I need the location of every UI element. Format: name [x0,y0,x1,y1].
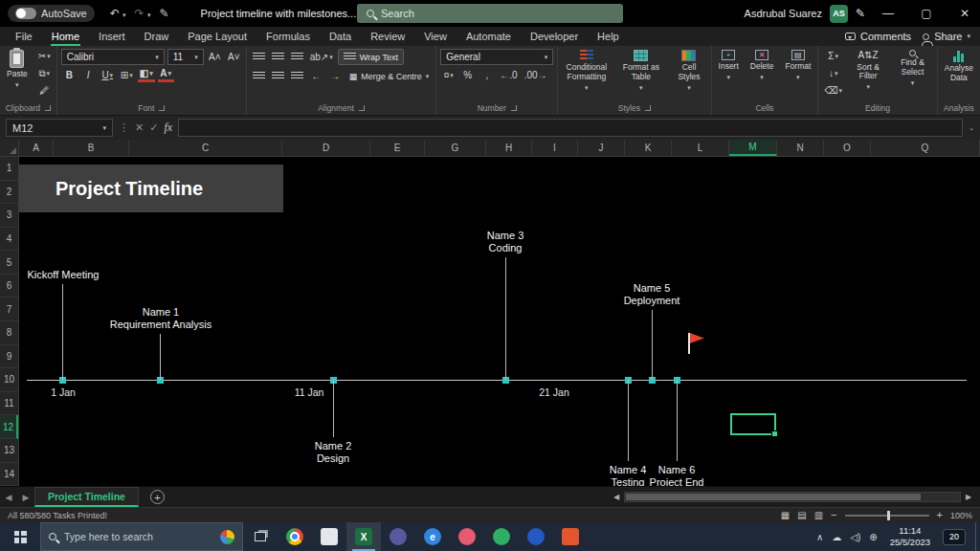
autosum-button[interactable]: Σ ▾ [822,49,844,63]
fill-color-button[interactable]: ◧ ▾ [138,68,155,82]
column-header-A[interactable]: A [19,140,54,156]
tray-onedrive-icon[interactable]: ☁ [832,532,841,542]
dialog-launcher-icon[interactable] [511,105,517,111]
search-input[interactable]: Search [357,4,623,23]
pen-mode-button[interactable]: ✎ [160,8,169,19]
tab-view[interactable]: View [414,27,457,46]
restore-button[interactable]: ▢ [911,0,942,27]
align-bottom-icon[interactable] [289,50,305,64]
undo-button[interactable]: ↶ ▾ [110,8,126,19]
row-header-9[interactable]: 9 [0,345,18,369]
tab-developer[interactable]: Developer [521,27,588,46]
dialog-launcher-icon[interactable] [359,105,365,111]
column-header-Q[interactable]: Q [871,140,980,156]
close-button[interactable]: ✕ [949,0,980,27]
row-header-13[interactable]: 13 [0,439,18,463]
font-name-select[interactable]: Calibri▾ [61,49,165,65]
row-header-10[interactable]: 10 [0,368,18,392]
column-header-M[interactable]: M [729,140,777,156]
taskbar-app-app-files-icon[interactable] [312,522,346,551]
tray-hidden-icons-icon[interactable]: ∧ [816,532,823,542]
orientation-button[interactable]: ab↗ ▾ [308,50,335,64]
enter-entry-icon[interactable]: ✓ [149,121,158,134]
increase-font-icon[interactable]: A˄ [207,50,223,64]
dialog-launcher-icon[interactable] [159,105,165,111]
paste-button[interactable]: Paste▾ [4,49,31,90]
tab-insert[interactable]: Insert [89,27,135,46]
zoom-slider-thumb[interactable] [887,511,890,520]
column-header-D[interactable]: D [282,140,370,156]
row-header-7[interactable]: 7 [0,298,18,321]
column-header-L[interactable]: L [672,140,729,156]
format-as-table-button[interactable]: Format as Table▾ [616,49,665,93]
percent-style-button[interactable]: % [459,68,476,82]
timeline-chart[interactable]: Project Timeline Kickoff MeetingName 1Re… [19,157,980,486]
taskbar-app-app-8-icon[interactable] [519,522,553,551]
sheet-tab-project-timeline[interactable]: Project Timeline [34,487,139,507]
scroll-right-icon[interactable]: ▶ [963,493,974,501]
align-center-icon[interactable] [270,69,286,83]
cancel-entry-icon[interactable]: ✕ [135,121,144,134]
formula-input[interactable] [178,119,963,137]
align-middle-icon[interactable] [270,50,286,64]
format-painter-button[interactable]: 🖉 [36,83,53,98]
zoom-level[interactable]: 100% [950,511,972,520]
column-header-H[interactable]: H [486,140,532,156]
taskbar-app-app-7-icon[interactable] [484,522,519,551]
page-break-view-icon[interactable]: ▥ [814,510,823,520]
dialog-launcher-icon[interactable] [45,105,51,111]
redo-button[interactable]: ↷ ▾ [135,8,151,19]
taskbar-search-input[interactable]: Type here to search [40,522,243,551]
sheet-nav-right-icon[interactable]: ▶ [17,487,34,507]
show-desktop-button[interactable] [975,522,980,551]
avatar[interactable]: AS [830,5,848,23]
horizontal-scrollbar[interactable]: ◀ ▶ [605,487,980,507]
fill-button[interactable]: ↓ ▾ [822,66,844,80]
tab-automate[interactable]: Automate [457,27,521,46]
autosave-toggle[interactable]: AutoSave [8,5,95,22]
start-button[interactable] [0,522,40,551]
inking-button[interactable]: ✎ [856,8,865,19]
accounting-format-button[interactable]: ¤ ▾ [440,68,457,82]
column-header-J[interactable]: J [578,140,625,156]
dialog-launcher-icon[interactable] [645,105,651,111]
share-button[interactable]: Share▾ [923,31,970,42]
format-cells-button[interactable]: ▤ Format▾ [782,49,813,82]
copy-button[interactable]: ⧉ ▾ [36,66,53,80]
row-header-8[interactable]: 8 [0,321,18,345]
align-right-icon[interactable] [289,69,305,83]
tab-home[interactable]: Home [42,27,89,46]
increase-decimal-button[interactable]: ←.0 [498,68,519,82]
bold-button[interactable]: B [61,68,78,82]
sort-filter-button[interactable]: A⇅Z Sort & Filter▾ [850,49,886,92]
borders-button[interactable]: ⊞ ▾ [119,68,135,82]
column-header-I[interactable]: I [532,140,578,156]
tab-data[interactable]: Data [320,27,361,46]
row-header-11[interactable]: 11 [0,392,18,416]
column-header-B[interactable]: B [54,140,129,156]
row-header-2[interactable]: 2 [0,181,18,205]
delete-cells-button[interactable]: ✕ Delete▾ [747,49,777,82]
find-select-button[interactable]: Find & Select▾ [892,49,932,88]
column-header-E[interactable]: E [370,140,425,156]
tab-help[interactable]: Help [588,27,629,46]
tray-network-icon[interactable]: ⊕ [869,532,877,542]
row-header-5[interactable]: 5 [0,251,18,275]
tray-volume-icon[interactable]: ◁) [850,532,860,542]
taskbar-clock[interactable]: 11:14 25/5/2023 [886,525,934,549]
column-header-K[interactable]: K [625,140,672,156]
clear-button[interactable]: ⌫ ▾ [822,83,844,98]
scrollbar-thumb[interactable] [626,494,921,500]
number-format-select[interactable]: General▾ [440,49,553,65]
select-all-corner[interactable] [0,140,19,156]
new-sheet-button[interactable]: + [150,490,165,504]
insert-cells-button[interactable]: + Insert▾ [716,49,742,82]
wrap-text-button[interactable]: Wrap Text [338,49,404,65]
notification-badge[interactable]: 20 [943,529,966,545]
scroll-left-icon[interactable]: ◀ [611,493,622,501]
taskbar-app-edge-icon[interactable]: e [415,522,450,551]
decrease-font-icon[interactable]: A˅ [226,50,242,64]
taskbar-app-app-4-icon[interactable] [381,522,415,551]
name-box[interactable]: M12▾ [6,119,113,137]
merge-centre-button[interactable]: ▦ Merge & Centre▾ [346,68,433,84]
